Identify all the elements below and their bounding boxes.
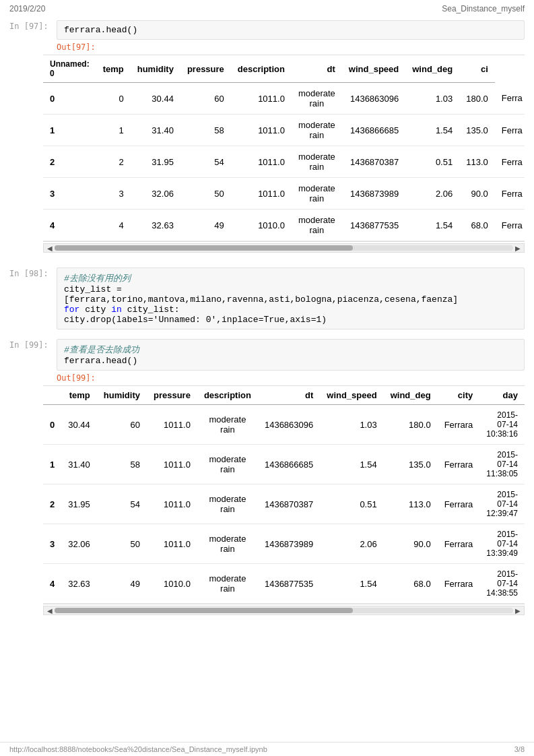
cell-wind-speed: 2.06 xyxy=(405,178,459,210)
cell-99-out-label: Out[99]: xyxy=(9,372,525,385)
table-row: 1 31.40 58 1011.0 moderaterain 143686668… xyxy=(43,445,525,484)
cell-ci: Ferra xyxy=(495,210,525,241)
cell-99: In [99]: #查看是否去除成功 ferrara.head() Out[99… xyxy=(9,336,525,615)
cell-wind-deg99: 135.0 xyxy=(384,445,438,484)
cell-wind-speed: 1.03 xyxy=(405,83,459,115)
col-header-ci: ci xyxy=(459,55,495,83)
cell-city99: Ferrara xyxy=(438,484,480,524)
cell-day99: 2015-07-1412:39:47 xyxy=(479,484,525,524)
cell-97-out-label: Out[97]: xyxy=(9,41,525,55)
cell-humidity: 50 xyxy=(180,178,231,210)
cell-idx: 3 xyxy=(43,178,96,210)
cell-wind-speed99: 1.54 xyxy=(320,564,383,604)
cell-ci: Ferra xyxy=(495,115,525,146)
cell-humidity99: 54 xyxy=(97,484,147,524)
cell-description: moderaterain xyxy=(292,83,342,115)
cell-97: In [97]: ferrara.head() Out[97]: Unnamed… xyxy=(9,18,525,253)
cell-pressure: 1011.0 xyxy=(231,83,292,115)
scroll-track xyxy=(55,245,513,251)
cell-99-code[interactable]: #查看是否去除成功 ferrara.head() xyxy=(57,339,525,371)
header-title: Sea_Dinstance_myself xyxy=(442,4,525,13)
cell-unnamed: 2 xyxy=(96,146,131,178)
table-row: 0 0 30.44 60 1011.0 moderaterain 1436863… xyxy=(43,83,525,115)
scrollbar-97[interactable]: ◀ ▶ xyxy=(43,243,525,253)
scrollbar-99[interactable]: ◀ ▶ xyxy=(43,606,525,615)
cell-98-code[interactable]: #去除没有用的列 city_list = [ferrara,torino,man… xyxy=(57,267,525,329)
cell-98-comment: #去除没有用的列 xyxy=(64,274,131,284)
cell-wind-deg99: 180.0 xyxy=(384,405,438,445)
cell-98-in-label: In [98]: xyxy=(9,267,57,278)
cell-pressure: 1011.0 xyxy=(231,115,292,146)
col-header-temp99: temp xyxy=(61,386,97,405)
cell-98-line3: city.drop(labels='Unnamed: 0',inplace=Tr… xyxy=(64,315,327,325)
cell-humidity99: 58 xyxy=(97,445,147,484)
col-header-wind-deg99: wind_deg xyxy=(384,386,438,405)
cell-unnamed: 0 xyxy=(96,83,131,115)
cell-dt: 1436870387 xyxy=(342,146,405,178)
table-97-scroll[interactable]: Unnamed:0 temp humidity pressure descrip… xyxy=(43,55,525,242)
cell-temp99: 32.06 xyxy=(61,524,97,564)
cell-humidity: 49 xyxy=(180,210,231,241)
cell-wind-speed99: 0.51 xyxy=(320,484,383,524)
cell-unnamed: 1 xyxy=(96,115,131,146)
cell-wind-speed: 1.54 xyxy=(405,210,459,241)
col-header-temp: temp xyxy=(96,55,131,83)
col-header-unnamed: Unnamed:0 xyxy=(43,55,96,83)
cell-dt99: 1436873989 xyxy=(258,524,320,564)
scroll-left-icon[interactable]: ◀ xyxy=(45,245,55,252)
table-row: 0 30.44 60 1011.0 moderaterain 143686309… xyxy=(43,405,525,445)
cell-pressure99: 1010.0 xyxy=(147,564,197,604)
scroll-right-icon-99[interactable]: ▶ xyxy=(513,607,523,615)
cell-unnamed: 3 xyxy=(96,178,131,210)
cell-wind-deg: 113.0 xyxy=(459,146,495,178)
cell-dt: 1436866685 xyxy=(342,115,405,146)
scroll-left-icon-99[interactable]: ◀ xyxy=(45,607,55,615)
cell-pressure: 1011.0 xyxy=(231,146,292,178)
cell-temp99: 31.95 xyxy=(61,484,97,524)
cell-dt: 1436873989 xyxy=(342,178,405,210)
cell-wind-deg: 135.0 xyxy=(459,115,495,146)
cell-pressure: 1010.0 xyxy=(231,210,292,241)
cell-day99: 2015-07-1413:39:49 xyxy=(479,524,525,564)
scroll-right-icon[interactable]: ▶ xyxy=(513,245,523,252)
cell-97-code[interactable]: ferrara.head() xyxy=(57,20,525,40)
cell-humidity: 54 xyxy=(180,146,231,178)
cell-temp99: 32.63 xyxy=(61,564,97,604)
cell-wind-deg99: 113.0 xyxy=(384,484,438,524)
table-row: 3 3 32.06 50 1011.0 moderaterain 1436873… xyxy=(43,178,525,210)
cell-idx99: 3 xyxy=(43,524,61,564)
cell-city99: Ferrara xyxy=(438,524,480,564)
cell-wind-speed: 0.51 xyxy=(405,146,459,178)
cell-dt99: 1436870387 xyxy=(258,484,320,524)
table-99-scroll[interactable]: temp humidity pressure description dt wi… xyxy=(43,385,525,604)
page-header: 2019/2/20 Sea_Dinstance_myself xyxy=(0,0,534,18)
cell-98: In [98]: #去除没有用的列 city_list = [ferrara,t… xyxy=(9,265,525,331)
cell-wind-speed99: 2.06 xyxy=(320,524,383,564)
cell-wind-deg: 68.0 xyxy=(459,210,495,241)
cell-98-city-list: city_list: xyxy=(127,305,180,315)
col-header-idx99 xyxy=(43,386,61,405)
cell-day99: 2015-07-1411:38:05 xyxy=(479,445,525,484)
cell-day99: 2015-07-1410:38:16 xyxy=(479,405,525,445)
cell-wind-deg: 90.0 xyxy=(459,178,495,210)
footer-url: http://localhost:8888/notebooks/Sea%20di… xyxy=(9,745,267,753)
col-header-humidity: humidity xyxy=(131,55,180,83)
cell-dt: 1436877535 xyxy=(342,210,405,241)
cell-description: moderaterain xyxy=(292,210,342,241)
cell-97-code-text: ferrara.head() xyxy=(64,25,137,35)
cell-pressure99: 1011.0 xyxy=(147,524,197,564)
cell-ci: Ferra xyxy=(495,146,525,178)
page-footer: http://localhost:8888/notebooks/Sea%20di… xyxy=(0,742,534,756)
cell-description99: moderaterain xyxy=(197,445,258,484)
col-header-pressure: pressure xyxy=(180,55,231,83)
cell-temp: 32.63 xyxy=(131,210,180,241)
cell-description99: moderaterain xyxy=(197,405,258,445)
cell-98-for-kw: for xyxy=(64,305,79,315)
cell-unnamed: 4 xyxy=(96,210,131,241)
cell-description: moderaterain xyxy=(292,115,342,146)
cell-city99: Ferrara xyxy=(438,564,480,604)
scroll-track-99 xyxy=(55,608,513,613)
cell-97-in-label: In [97]: xyxy=(9,20,57,31)
cell-wind-deg: 180.0 xyxy=(459,83,495,115)
footer-page: 3/8 xyxy=(514,745,525,753)
